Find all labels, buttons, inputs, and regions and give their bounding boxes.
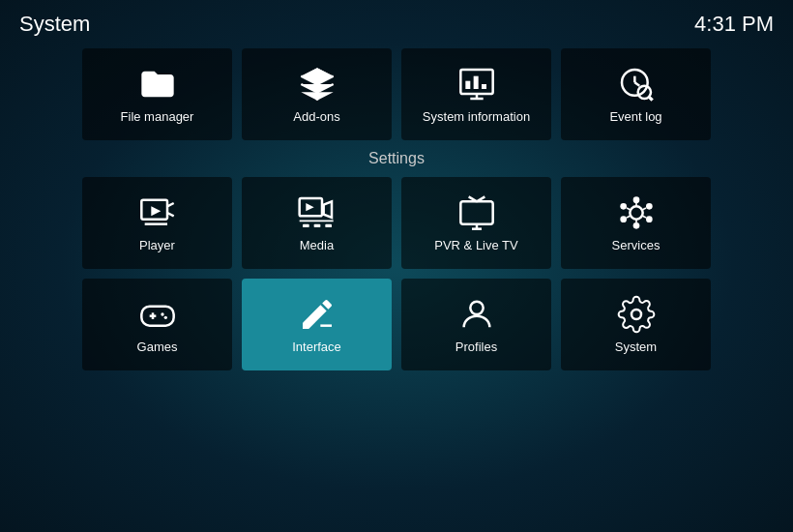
tile-event-log[interactable]: Event log — [561, 48, 711, 140]
tile-interface-label: Interface — [292, 340, 341, 354]
svg-marker-18 — [306, 203, 313, 211]
svg-rect-22 — [325, 224, 332, 227]
tile-system-label: System — [615, 340, 657, 354]
tile-add-ons[interactable]: Add-ons — [242, 48, 392, 140]
svg-point-29 — [632, 196, 639, 203]
folder-icon — [138, 65, 177, 103]
svg-rect-5 — [473, 76, 478, 89]
tile-add-ons-label: Add-ons — [293, 109, 339, 124]
tile-pvr-live-tv[interactable]: PVR & Live TV — [401, 177, 551, 269]
svg-point-48 — [631, 310, 641, 319]
tile-games[interactable]: Games — [82, 279, 232, 370]
main-content: File manager Add-ons System information — [0, 48, 793, 370]
tile-system[interactable]: System — [561, 279, 711, 370]
tile-file-manager[interactable]: File manager — [82, 48, 232, 140]
svg-point-32 — [646, 203, 653, 210]
tile-pvr-live-tv-label: PVR & Live TV — [434, 238, 517, 252]
tile-media-label: Media — [300, 238, 334, 252]
tile-player-label: Player — [139, 238, 175, 252]
top-row: File manager Add-ons System information — [73, 48, 720, 140]
settings-row-2: Games Interface Profiles System — [73, 279, 720, 370]
svg-rect-20 — [303, 224, 309, 227]
system-settings-icon — [617, 295, 656, 334]
clock-search-icon — [617, 65, 656, 103]
chart-icon — [457, 65, 496, 103]
svg-rect-23 — [460, 201, 492, 223]
tile-event-log-label: Event log — [609, 109, 661, 124]
svg-line-9 — [634, 82, 639, 85]
tile-player[interactable]: Player — [82, 177, 232, 269]
svg-point-44 — [161, 312, 163, 315]
svg-point-34 — [646, 216, 653, 222]
tile-services-label: Services — [612, 238, 661, 252]
box-icon — [298, 65, 337, 103]
tile-system-information-label: System information — [423, 109, 530, 124]
svg-line-11 — [649, 97, 652, 100]
svg-point-33 — [620, 216, 627, 222]
tile-profiles[interactable]: Profiles — [401, 279, 551, 370]
svg-marker-13 — [151, 206, 161, 216]
settings-label: Settings — [73, 150, 720, 167]
svg-point-47 — [470, 302, 483, 314]
clock: 4:31 PM — [694, 12, 774, 37]
tile-media[interactable]: Media — [242, 177, 392, 269]
tile-interface[interactable]: Interface — [242, 279, 392, 370]
interface-icon — [298, 295, 337, 334]
tile-games-label: Games — [137, 340, 178, 354]
tile-system-information[interactable]: System information — [401, 48, 551, 140]
profiles-icon — [457, 295, 496, 334]
svg-rect-6 — [482, 84, 486, 89]
app-title: System — [19, 12, 90, 37]
settings-row-1: Player Media PVR & Live TV — [73, 177, 720, 269]
svg-point-45 — [163, 316, 166, 319]
svg-rect-4 — [465, 81, 470, 89]
svg-point-31 — [620, 203, 627, 210]
svg-point-28 — [630, 206, 642, 219]
tile-profiles-label: Profiles — [455, 340, 497, 354]
services-icon — [617, 193, 656, 232]
media-icon — [298, 193, 337, 232]
svg-point-30 — [632, 222, 639, 229]
svg-rect-41 — [141, 307, 173, 326]
player-icon — [138, 193, 177, 232]
tv-icon — [457, 193, 496, 232]
header: System 4:31 PM — [0, 0, 793, 48]
gamepad-icon — [138, 295, 177, 334]
tile-file-manager-label: File manager — [121, 109, 194, 124]
svg-rect-21 — [313, 224, 320, 227]
svg-marker-0 — [301, 68, 333, 84]
tile-services[interactable]: Services — [561, 177, 711, 269]
